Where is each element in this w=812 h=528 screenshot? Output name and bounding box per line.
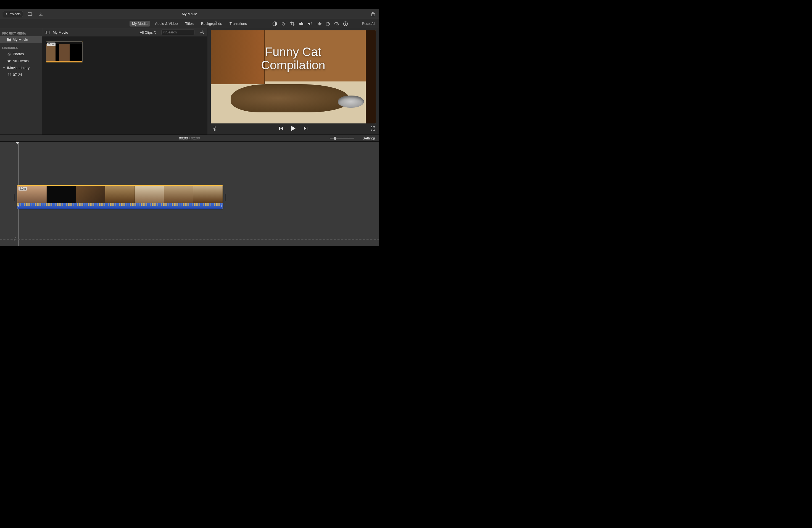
sidebar-project-label: My Movie (13, 38, 28, 42)
audio-fade-handle-right[interactable] (221, 205, 222, 207)
sidebar-item-project[interactable]: My Movie (0, 36, 42, 43)
time-sep: / (188, 136, 191, 140)
timeline-clip-audio-waveform[interactable] (17, 203, 222, 209)
sidebar-photos-label: Photos (13, 52, 24, 56)
import-media-button[interactable] (27, 11, 33, 17)
play-button[interactable] (290, 125, 296, 132)
speed-button[interactable] (325, 21, 331, 27)
browser-settings-button[interactable] (199, 30, 205, 35)
svg-rect-8 (300, 23, 300, 25)
svg-rect-7 (300, 23, 303, 25)
project-title: My Movie (182, 12, 197, 16)
tab-my-media[interactable]: My Media (130, 21, 150, 27)
preview-viewer[interactable]: Funny Cat Compilation (211, 30, 376, 123)
library-tabs: My Media Audio & Video Titles Background… (0, 19, 379, 28)
svg-rect-27 (45, 31, 49, 34)
browser-body: 2.0m (42, 36, 207, 134)
sidebar-imovie-library-label: iMovie Library (7, 66, 30, 70)
reset-all-button[interactable]: Reset All (362, 22, 375, 26)
clips-filter-dropdown[interactable]: All Clips (140, 30, 156, 34)
toggle-sidebar-button[interactable] (44, 30, 50, 35)
fullscreen-button[interactable] (370, 126, 376, 131)
svg-line-30 (165, 33, 166, 34)
stabilization-button[interactable] (299, 21, 304, 27)
svg-rect-16 (345, 24, 346, 25)
timeline-zoom-slider[interactable] (330, 137, 354, 139)
svg-point-22 (10, 54, 11, 54)
zoom-thumb[interactable] (334, 137, 336, 140)
volume-button[interactable] (307, 21, 313, 27)
sidebar-header-libraries: LIBRARIES (0, 45, 42, 50)
background-music-track-divider (0, 239, 379, 240)
svg-rect-32 (214, 126, 215, 129)
browser-title: My Movie (53, 30, 68, 34)
clip-duration-badge: 2.0m (47, 43, 56, 46)
svg-point-23 (8, 53, 9, 54)
tab-audio-video[interactable]: Audio & Video (153, 21, 180, 27)
disclosure-triangle-icon[interactable]: ▼ (3, 67, 5, 69)
svg-point-31 (202, 32, 203, 33)
sidebar-event-label: 11-07-24 (8, 73, 22, 77)
preview-panel: Funny Cat Compilation (207, 28, 379, 134)
sidebar-item-photos[interactable]: Photos (0, 50, 42, 57)
sidebar-item-event-date[interactable]: 11-07-24 (0, 71, 42, 78)
clapperboard-icon (7, 38, 11, 41)
svg-point-21 (8, 54, 8, 54)
search-box[interactable] (161, 30, 194, 35)
voiceover-button[interactable] (212, 126, 217, 131)
svg-point-20 (9, 55, 10, 56)
preview-scene-cat (231, 84, 349, 112)
menubar-spacer (0, 0, 379, 9)
sidebar-item-all-events[interactable]: All Events (0, 57, 42, 64)
svg-point-29 (163, 31, 165, 33)
svg-point-19 (9, 53, 10, 53)
timeline[interactable]: 2.0m (0, 142, 379, 246)
info-button[interactable] (343, 21, 348, 27)
timeline-header: 00:00 / 02:00 Settings (0, 134, 379, 142)
color-balance-button[interactable] (272, 21, 278, 27)
chevron-left-icon (5, 12, 8, 16)
music-note-icon (13, 237, 18, 241)
media-clip-thumbnail[interactable]: 2.0m (46, 41, 83, 62)
sidebar: PROJECT MEDIA My Movie LIBRARIES Photos … (0, 28, 42, 134)
preview-scene-edge (366, 30, 376, 123)
timeline-clip[interactable]: 2.0m (17, 185, 223, 209)
color-correction-button[interactable] (281, 21, 286, 27)
svg-point-24 (10, 53, 11, 54)
time-readout: 00:00 / 02:00 (179, 136, 200, 140)
svg-point-15 (345, 23, 346, 23)
waveform (17, 203, 222, 206)
audio-fade-handle-left[interactable] (18, 205, 19, 207)
timeline-settings-button[interactable]: Settings (363, 136, 376, 140)
total-time: 02:00 (191, 136, 200, 140)
sidebar-item-imovie-library[interactable]: ▼ iMovie Library (0, 64, 42, 71)
share-button[interactable] (370, 11, 376, 17)
noise-eq-button[interactable] (316, 21, 322, 27)
crop-button[interactable] (290, 21, 295, 27)
sidebar-header-project-media: PROJECT MEDIA (0, 30, 42, 36)
svg-rect-9 (303, 23, 303, 25)
back-to-projects-button[interactable]: Projects (3, 11, 23, 17)
search-input[interactable] (166, 30, 192, 34)
svg-point-25 (8, 54, 9, 55)
next-frame-button[interactable] (303, 126, 308, 131)
sidebar-all-events-label: All Events (13, 59, 29, 63)
current-time: 00:00 (179, 136, 188, 140)
clip-trim-handle-right[interactable] (225, 194, 226, 201)
download-button[interactable] (38, 11, 44, 17)
photos-icon (7, 52, 11, 56)
back-label: Projects (9, 12, 20, 16)
browser-header: My Movie All Clips (42, 28, 207, 36)
svg-rect-10 (301, 22, 302, 23)
zoom-track (330, 138, 354, 138)
svg-rect-17 (7, 39, 11, 41)
timeline-clip-thumbnails (17, 186, 222, 203)
prev-frame-button[interactable] (278, 126, 284, 131)
svg-rect-0 (28, 13, 32, 15)
svg-point-18 (9, 54, 10, 55)
preview-scene-bowl (338, 96, 364, 108)
clip-trim-handle-left[interactable] (14, 194, 15, 201)
tab-titles[interactable]: Titles (183, 21, 196, 27)
filter-button[interactable] (334, 21, 339, 27)
main-toolbar: Projects My Movie (0, 9, 379, 19)
